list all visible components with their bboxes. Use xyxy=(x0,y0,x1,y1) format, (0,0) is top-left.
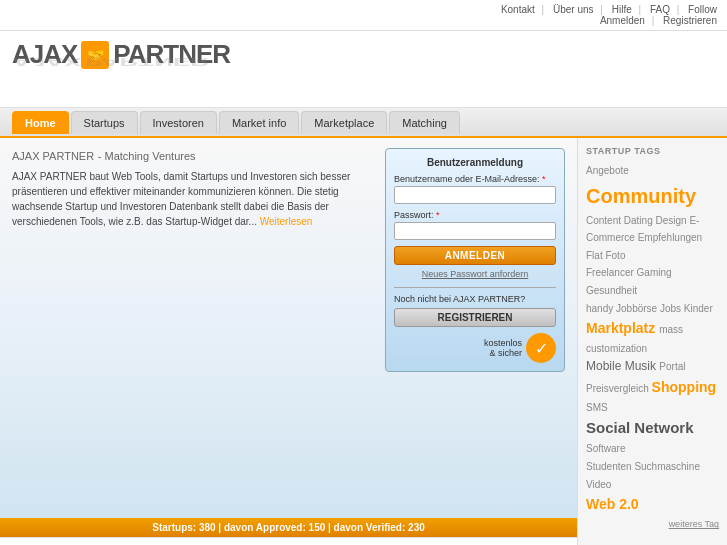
nav-tab-marketinfo[interactable]: Market info xyxy=(219,111,299,134)
page-subtitle: - Matching Ventures xyxy=(98,150,196,162)
nav-tab-startups[interactable]: Startups xyxy=(71,111,138,134)
kontakt-link[interactable]: Kontakt xyxy=(501,4,535,15)
intro-text: AJAX PARTNER baut Web Tools, damit Start… xyxy=(12,169,375,229)
registrieren-link[interactable]: Registrieren xyxy=(663,15,717,26)
bottom-section: Featured Startup: Weezic Weezic Widget C… xyxy=(0,537,577,545)
tag-freelancer[interactable]: Freelancer xyxy=(586,267,637,278)
tag-sms[interactable]: SMS xyxy=(586,402,608,413)
tag-dating[interactable]: Dating xyxy=(624,215,656,226)
nav-tab-investoren[interactable]: Investoren xyxy=(140,111,217,134)
tag-social-network[interactable]: Social Network xyxy=(586,419,694,436)
tag-mobile[interactable]: Mobile xyxy=(586,359,625,373)
password-input[interactable] xyxy=(394,222,556,240)
nav-tab-home[interactable]: Home xyxy=(12,111,69,134)
status-text: Startups: 380 | davon Approved: 150 | da… xyxy=(152,522,425,533)
login-box: Benutzeranmeldung Benutzername oder E-Ma… xyxy=(385,148,565,372)
sidebar-title: Startup Tags xyxy=(586,146,719,156)
sidebar-more-link[interactable]: weiteres Tag xyxy=(586,519,719,529)
register-prompt: Noch nicht bei AJAX PARTNER? xyxy=(394,294,556,304)
tag-suchmaschine[interactable]: Suchmaschine xyxy=(634,461,700,472)
register-button[interactable]: Registrieren xyxy=(394,308,556,327)
tag-web20[interactable]: Web 2.0 xyxy=(586,496,639,512)
tag-jobs[interactable]: Jobs xyxy=(660,303,684,314)
page-title-main: AJAX PARTNER xyxy=(12,150,94,162)
tag-preisvergleich[interactable]: Preisvergleich xyxy=(586,383,652,394)
tag-video[interactable]: Video xyxy=(586,479,611,490)
read-more-link[interactable]: Weiterlesen xyxy=(260,216,313,227)
tag-shopping[interactable]: Shopping xyxy=(652,379,717,395)
username-required: * xyxy=(542,174,546,184)
login-box-title: Benutzeranmeldung xyxy=(394,157,556,168)
faq-link[interactable]: FAQ xyxy=(650,4,670,15)
tag-community[interactable]: Community xyxy=(586,185,696,207)
username-label: Benutzername oder E-Mail-Adresse: * xyxy=(394,174,556,184)
register-section: Noch nicht bei AJAX PARTNER? Registriere… xyxy=(394,287,556,363)
tag-studenten[interactable]: Studenten xyxy=(586,461,634,472)
tag-kinder[interactable]: Kinder xyxy=(684,303,713,314)
secure-text: kostenlos& sicher xyxy=(484,338,522,358)
tag-handy[interactable]: handy xyxy=(586,303,616,314)
tag-software[interactable]: Software xyxy=(586,443,625,454)
tag-jobboerse[interactable]: Jobbörse xyxy=(616,303,660,314)
intro-section: AJAX PARTNER - Matching Ventures AJAX PA… xyxy=(12,148,375,372)
content-with-login: AJAX PARTNER - Matching Ventures AJAX PA… xyxy=(12,148,565,372)
forgot-password-link[interactable]: Neues Passwort anfordern xyxy=(394,269,556,279)
tag-gesundheit[interactable]: Gesundheit xyxy=(586,285,637,296)
main-layout: AJAX PARTNER - Matching Ventures AJAX PA… xyxy=(0,138,727,545)
status-bar: Startups: 380 | davon Approved: 150 | da… xyxy=(0,518,577,537)
tag-angebote[interactable]: Angebote xyxy=(586,165,629,176)
tag-musik[interactable]: Musik xyxy=(625,359,660,373)
anmelden-link[interactable]: Anmelden xyxy=(600,15,645,26)
password-required: * xyxy=(436,210,440,220)
password-label: Passwort: * xyxy=(394,210,556,220)
nav-bar: Home Startups Investoren Market info Mar… xyxy=(0,108,727,138)
tag-empfehlungen[interactable]: Empfehlungen xyxy=(638,232,703,243)
logo-area: AJAX 🤝 PARTNER AJAX PARTNER xyxy=(0,31,727,108)
tag-gaming[interactable]: Gaming xyxy=(637,267,672,278)
tag-portal[interactable]: Portal xyxy=(659,361,685,372)
login-button[interactable]: Anmelden xyxy=(394,246,556,265)
secure-badge: kostenlos& sicher ✓ xyxy=(394,333,556,363)
username-input[interactable] xyxy=(394,186,556,204)
secure-icon: ✓ xyxy=(526,333,556,363)
tag-foto[interactable]: Foto xyxy=(605,250,625,261)
page-title: AJAX PARTNER - Matching Ventures xyxy=(12,148,375,163)
tags-container: Angebote Community Content Dating Design… xyxy=(586,162,719,515)
nav-tab-marketplace[interactable]: Marketplace xyxy=(301,111,387,134)
ueber-uns-link[interactable]: Über uns xyxy=(553,4,594,15)
tag-design[interactable]: Design xyxy=(656,215,690,226)
tag-marktplatz[interactable]: Marktplatz xyxy=(586,320,659,336)
follow-link[interactable]: Follow xyxy=(688,4,717,15)
tag-flat[interactable]: Flat xyxy=(586,250,605,261)
top-bar: Kontakt | Über uns | Hilfe | FAQ | Follo… xyxy=(0,0,727,31)
sidebar: Startup Tags Angebote Community Content … xyxy=(577,138,727,545)
tag-content[interactable]: Content xyxy=(586,215,624,226)
nav-tab-matching[interactable]: Matching xyxy=(389,111,460,134)
hilfe-link[interactable]: Hilfe xyxy=(612,4,632,15)
content-area: AJAX PARTNER - Matching Ventures AJAX PA… xyxy=(0,138,577,518)
